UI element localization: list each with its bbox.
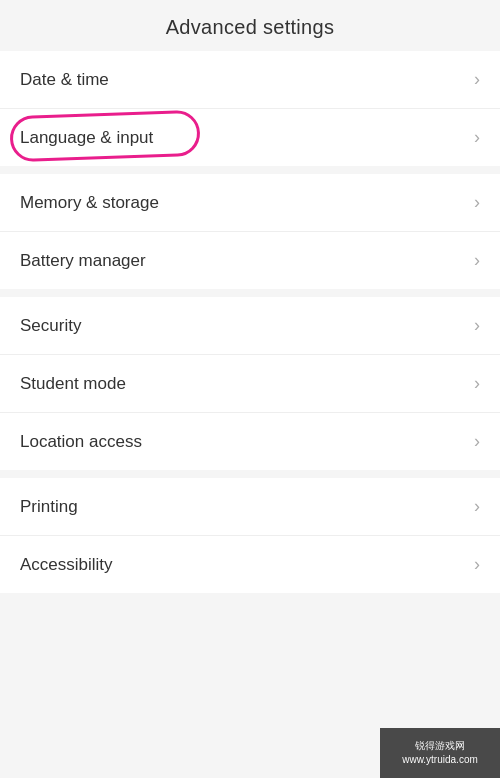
- location-access-chevron: ›: [474, 431, 480, 452]
- page-header: Advanced settings: [0, 0, 500, 51]
- section-2: Memory & storage › Battery manager ›: [0, 174, 500, 289]
- battery-manager-chevron: ›: [474, 250, 480, 271]
- location-access-label: Location access: [20, 432, 142, 452]
- accessibility-label: Accessibility: [20, 555, 113, 575]
- page-title: Advanced settings: [166, 16, 335, 38]
- watermark: 锐得游戏网 www.ytruida.com: [380, 728, 500, 778]
- student-mode-chevron: ›: [474, 373, 480, 394]
- section-4: Printing › Accessibility ›: [0, 478, 500, 593]
- memory-storage-chevron: ›: [474, 192, 480, 213]
- security-item[interactable]: Security ›: [0, 297, 500, 355]
- language-input-item[interactable]: Language & input ›: [0, 109, 500, 166]
- page-container: Advanced settings Date & time › Language…: [0, 0, 500, 593]
- date-time-chevron: ›: [474, 69, 480, 90]
- watermark-text: 锐得游戏网 www.ytruida.com: [402, 739, 478, 767]
- memory-storage-label: Memory & storage: [20, 193, 159, 213]
- location-access-item[interactable]: Location access ›: [0, 413, 500, 470]
- student-mode-item[interactable]: Student mode ›: [0, 355, 500, 413]
- printing-chevron: ›: [474, 496, 480, 517]
- accessibility-item[interactable]: Accessibility ›: [0, 536, 500, 593]
- section-1: Date & time › Language & input ›: [0, 51, 500, 166]
- date-time-label: Date & time: [20, 70, 109, 90]
- settings-list: Date & time › Language & input › Memory …: [0, 51, 500, 593]
- battery-manager-item[interactable]: Battery manager ›: [0, 232, 500, 289]
- student-mode-label: Student mode: [20, 374, 126, 394]
- section-3: Security › Student mode › Location acces…: [0, 297, 500, 470]
- language-input-chevron: ›: [474, 127, 480, 148]
- printing-item[interactable]: Printing ›: [0, 478, 500, 536]
- security-label: Security: [20, 316, 81, 336]
- date-time-item[interactable]: Date & time ›: [0, 51, 500, 109]
- printing-label: Printing: [20, 497, 78, 517]
- language-input-label: Language & input: [20, 128, 153, 148]
- security-chevron: ›: [474, 315, 480, 336]
- memory-storage-item[interactable]: Memory & storage ›: [0, 174, 500, 232]
- accessibility-chevron: ›: [474, 554, 480, 575]
- battery-manager-label: Battery manager: [20, 251, 146, 271]
